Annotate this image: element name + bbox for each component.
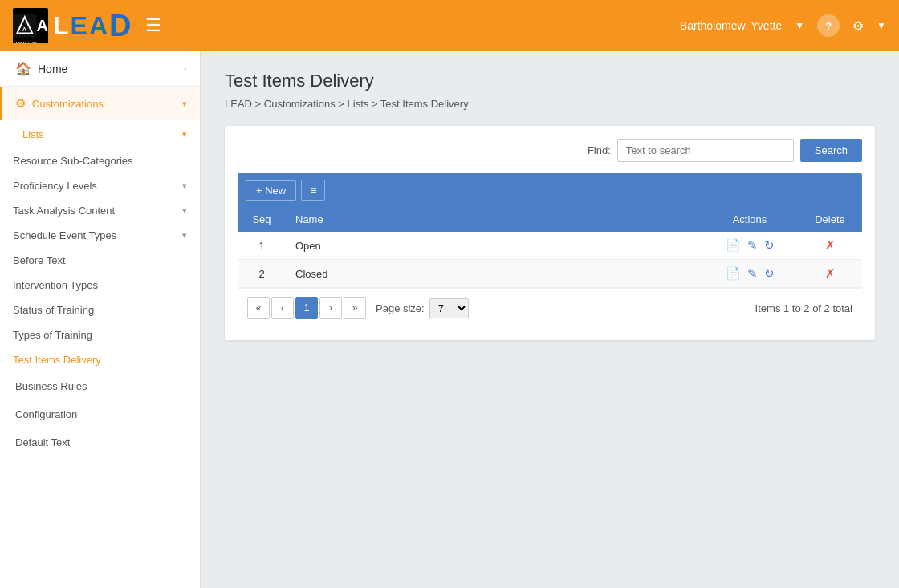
sidebar-item-before-text[interactable]: Before Text [0,248,200,273]
table-row: 1 Open 📄 ✎ ↻ ✗ [238,232,862,260]
sidebar-item-resource-sub-categories[interactable]: Resource Sub-Categories [0,148,200,173]
new-button[interactable]: + New [246,180,296,201]
row1-view-icon[interactable]: 📄 [726,238,741,253]
breadcrumb-sep1: > [255,98,264,110]
pagination-left: « ‹ 1 › » Page size: 7 10 25 [247,297,469,319]
row1-name: Open [286,232,702,260]
row1-action-icons: 📄 ✎ ↻ [711,238,788,253]
search-button[interactable]: Search [800,139,862,162]
proficiency-levels-label: Proficiency Levels [13,180,97,192]
page-size-label: Page size: [376,302,425,314]
sidebar-item-types-of-training[interactable]: Types of Training [0,322,200,347]
row2-name: Closed [286,260,702,288]
navbar-left: A ARMILLION, INC. LEAD ☰ [13,8,161,43]
configuration-label: Configuration [15,408,77,420]
logo-icon: A ARMILLION, INC. [13,8,48,43]
home-icon: 🏠 [15,61,31,76]
sidebar-item-proficiency-levels[interactable]: Proficiency Levels ▾ [0,173,200,198]
types-of-training-label: Types of Training [13,329,92,341]
test-items-delivery-label: Test Items Delivery [13,354,101,366]
breadcrumb-lists[interactable]: Lists [348,98,369,110]
search-bar: Find: Search [238,139,862,162]
lists-text: Lists [22,128,44,140]
row2-view-icon[interactable]: 📄 [726,266,741,281]
hamburger-icon[interactable]: ☰ [145,15,161,36]
prev-page-button[interactable]: ‹ [271,297,294,319]
intervention-types-label: Intervention Types [13,279,98,291]
page-size-select[interactable]: 7 10 25 [429,298,469,318]
search-input[interactable] [617,139,794,162]
lists-section: Lists ▾ [0,120,200,148]
toolbar: + New ≡ [238,173,862,207]
sidebar-item-status-of-training[interactable]: Status of Training [0,298,200,322]
logo-text: LEAD [53,9,132,43]
home-label: Home [38,63,67,75]
row1-edit-icon[interactable]: ✎ [747,238,758,253]
list-view-button[interactable]: ≡ [301,180,325,201]
main-content: Test Items Delivery LEAD > Customization… [201,51,899,588]
row2-edit-icon[interactable]: ✎ [747,266,758,281]
default-text-label: Default Text [15,436,70,448]
task-analysis-label: Task Analysis Content [13,205,115,217]
schedule-event-types-chevron: ▾ [182,230,187,241]
logo-letter-e: E [71,11,89,41]
navbar: A ARMILLION, INC. LEAD ☰ Bartholomew, Yv… [0,0,899,51]
lists-label[interactable]: Lists ▾ [22,128,187,140]
settings-icon[interactable]: ⚙ [852,18,864,34]
sidebar-item-schedule-event-types[interactable]: Schedule Event Types ▾ [0,223,200,248]
last-page-button[interactable]: » [344,297,366,319]
settings-dropdown-arrow[interactable]: ▼ [877,20,886,31]
row2-seq: 2 [238,260,286,288]
customizations-inner: ⚙ Customizations [15,96,104,111]
table-body: 1 Open 📄 ✎ ↻ ✗ [238,232,862,288]
user-label[interactable]: Bartholomew, Yvette [680,19,782,32]
sidebar-item-home[interactable]: 🏠 Home ‹ [0,51,200,87]
navbar-right: Bartholomew, Yvette ▼ ? ⚙ ▼ [680,14,886,37]
gear-icon: ⚙ [15,96,26,111]
svg-text:ARMILLION, INC.: ARMILLION, INC. [15,41,37,43]
logo-letter-l: L [53,11,71,41]
sidebar-item-default-text[interactable]: Default Text [0,428,200,456]
svg-text:A: A [22,26,26,32]
breadcrumb-lead[interactable]: LEAD [225,98,252,110]
sidebar-sub-list: Resource Sub-Categories Proficiency Leve… [0,148,200,372]
row1-actions: 📄 ✎ ↻ [702,232,798,260]
breadcrumb-customizations[interactable]: Customizations [264,98,336,110]
row2-delete: ✗ [798,260,862,288]
sidebar-item-task-analysis-content[interactable]: Task Analysis Content ▾ [0,198,200,223]
sidebar-item-configuration[interactable]: Configuration [0,400,200,428]
sidebar-item-business-rules[interactable]: Business Rules [0,372,200,400]
user-dropdown-arrow[interactable]: ▼ [795,20,804,31]
sidebar-item-customizations[interactable]: ⚙ Customizations ▾ [0,87,200,120]
table-row: 2 Closed 📄 ✎ ↻ ✗ [238,260,862,288]
logo-letter-a: A [89,11,109,41]
logo-letter-d: D [109,9,132,43]
sidebar: 🏠 Home ‹ ⚙ Customizations ▾ Lists ▾ Reso… [0,51,201,588]
layout: 🏠 Home ‹ ⚙ Customizations ▾ Lists ▾ Reso… [0,51,899,588]
row1-delete-icon[interactable]: ✗ [825,238,836,252]
status-of-training-label: Status of Training [13,304,94,316]
schedule-event-types-label: Schedule Event Types [13,229,116,241]
current-page-button[interactable]: 1 [295,297,318,319]
next-page-button[interactable]: › [319,297,342,319]
content-card: Find: Search + New ≡ Seq Name Actions De… [225,126,875,340]
sidebar-item-intervention-types[interactable]: Intervention Types [0,273,200,298]
pagination-bar: « ‹ 1 › » Page size: 7 10 25 Items 1 to … [238,288,862,327]
breadcrumb-current[interactable]: Test Items Delivery [380,98,469,110]
row1-reset-icon[interactable]: ↻ [764,238,775,253]
resource-sub-categories-label: Resource Sub-Categories [13,155,133,167]
before-text-label: Before Text [13,254,66,266]
data-table: Seq Name Actions Delete 1 Open 📄 ✎ [238,207,862,288]
breadcrumb-sep3: > [372,98,380,110]
sidebar-item-test-items-delivery[interactable]: Test Items Delivery [0,347,200,372]
customizations-label: Customizations [32,98,104,110]
lists-chevron: ▾ [182,129,187,140]
col-name: Name [286,207,702,232]
logo: A ARMILLION, INC. LEAD [13,8,132,43]
first-page-button[interactable]: « [247,297,270,319]
row2-delete-icon[interactable]: ✗ [825,266,836,280]
help-button[interactable]: ? [817,14,840,37]
row2-reset-icon[interactable]: ↻ [764,266,775,281]
col-seq: Seq [238,207,286,232]
task-analysis-chevron: ▾ [182,205,187,216]
